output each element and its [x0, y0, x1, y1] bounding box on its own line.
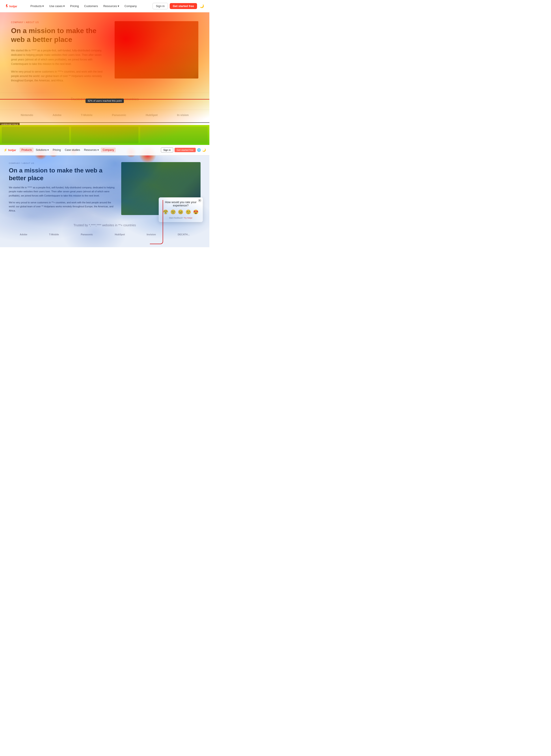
heatmap-section-2: ⚡ hotjar Products Solutions ▾ Pricing Ca…: [0, 145, 209, 247]
green-card-2: [71, 127, 138, 143]
feedback-close-button[interactable]: ×: [198, 199, 201, 202]
hotjar-logo-2[interactable]: ⚡ hotjar: [4, 148, 16, 152]
hero-section: COMPANY / ABOUT US On a mission to make …: [0, 12, 209, 93]
emoji-love[interactable]: 😍: [193, 209, 198, 215]
breadcrumb: COMPANY / ABOUT US: [11, 21, 107, 24]
hero2-body-1: We started life in ***** as a people-fir…: [9, 186, 116, 198]
logo-panasonic: Panasonic: [112, 113, 126, 117]
green-cards: [0, 125, 209, 145]
hero2-body-2: We're very proud to serve customers in *…: [9, 201, 116, 213]
hotjar-logo[interactable]: hotjar: [5, 4, 23, 9]
emoji-angry[interactable]: 😤: [163, 209, 168, 215]
nav-customers[interactable]: Customers: [82, 3, 100, 9]
feedback-footer: Want feedback? Try Hotjar: [162, 217, 200, 219]
getstarted-button[interactable]: Get started free: [170, 3, 197, 9]
chevron-down-icon-3: ▾: [97, 149, 99, 152]
logo-adobe: Adobe: [52, 113, 61, 117]
feedback-emojis: 😤 🙁 😐 🙂 😍: [162, 209, 200, 215]
nav2-products[interactable]: Products: [20, 148, 33, 153]
nav-pricing[interactable]: Pricing: [68, 3, 81, 9]
dark-mode-toggle[interactable]: 🌙: [200, 4, 204, 8]
logo-hubspot: HubSpot: [146, 113, 157, 117]
hero-image-container: [115, 21, 198, 86]
nav-actions: Sign in Get started free 🌙: [152, 3, 204, 9]
hero2-title: On a mission to make the web a better pl…: [9, 167, 116, 182]
chevron-down-icon: ▾: [42, 4, 44, 8]
globe-icon[interactable]: 🌐: [197, 148, 201, 152]
hero2-section: COMPANY / ABOUT US On a mission to make …: [0, 156, 209, 220]
avg-fold-bar: [0, 122, 209, 123]
signin-button[interactable]: Sign in: [152, 3, 168, 9]
hero-body-2: We're very proud to serve customers in *…: [11, 69, 107, 83]
logos2-row: Adobe T-Mobile Panasonic HubSpot Invisio…: [0, 230, 209, 238]
green-card-3: [140, 127, 207, 143]
avg-fold-container: AVERAGE FOLD: [0, 120, 209, 125]
nav2-resources[interactable]: Resources ▾: [82, 148, 100, 153]
nav-products[interactable]: Products ▾: [28, 3, 46, 9]
emoji-neutral[interactable]: 😐: [178, 209, 183, 215]
chevron-down-icon: ▾: [63, 4, 65, 8]
breadcrumb-2: COMPANY / ABOUT US: [9, 162, 116, 164]
logos-row: Nintendo Adobe T-Mobile Panasonic HubSpo…: [0, 109, 209, 120]
scroll-tooltip: 82% of users reached this point: [85, 98, 124, 103]
nav2-pricing[interactable]: Pricing: [51, 148, 63, 153]
bottom-spacer: [0, 238, 209, 247]
logo-tmobile: T-Mobile: [81, 113, 93, 117]
hero2-text: COMPANY / ABOUT US On a mission to make …: [9, 162, 116, 216]
logo-invision: In vision: [177, 113, 189, 117]
signin-button-2[interactable]: Sign in: [161, 148, 173, 153]
green-strip: [0, 125, 209, 145]
red-annotation-line: [150, 200, 163, 244]
svg-marker-1: [6, 4, 8, 8]
hero-title: On a mission to make the web a better pl…: [11, 26, 107, 44]
nav2-solutions[interactable]: Solutions ▾: [34, 148, 50, 153]
nav-links: Products ▾ Use cases ▾ Pricing Customers…: [28, 3, 152, 9]
logo2-adobe: Adobe: [20, 233, 27, 236]
logo2-hubspot: HubSpot: [115, 233, 125, 236]
nav-usecases[interactable]: Use cases ▾: [47, 3, 67, 9]
nav-company[interactable]: Company: [122, 3, 139, 9]
green-card-1: [2, 127, 69, 143]
feedback-widget: × How would you rate your experience? 😤 …: [159, 197, 203, 222]
hero-image: [115, 21, 198, 78]
logo2-panasonic: Panasonic: [81, 233, 93, 236]
dark-mode-icon-2[interactable]: 🌙: [202, 148, 206, 152]
feedback-link[interactable]: Try Hotjar: [184, 217, 192, 219]
logo2-decathlon: DECATH...: [178, 233, 189, 236]
getstarted-button-2[interactable]: Get started free: [174, 148, 196, 152]
secondary-navbar: ⚡ hotjar Products Solutions ▾ Pricing Ca…: [0, 145, 209, 156]
nav2-casestudies[interactable]: Case studies: [63, 148, 82, 153]
nav-resources[interactable]: Resources ▾: [101, 3, 121, 9]
nav2-company[interactable]: Company: [101, 148, 116, 153]
svg-text:hotjar: hotjar: [9, 5, 17, 8]
trusted2-title: Trusted by *,****,**** websites in **+ c…: [9, 223, 200, 227]
emoji-happy[interactable]: 🙂: [185, 209, 191, 215]
trusted2-section: Trusted by *,****,**** websites in **+ c…: [0, 220, 209, 230]
logo2-tmobile: T-Mobile: [49, 233, 59, 236]
logo-nintendo: Nintendo: [21, 113, 33, 117]
nav2-actions: Sign in Get started free 🌐 🌙: [161, 148, 206, 153]
hero-text: COMPANY / ABOUT US On a mission to make …: [11, 21, 107, 86]
top-navbar: hotjar Products ▾ Use cases ▾ Pricing Cu…: [0, 0, 209, 12]
chevron-down-icon: ▾: [118, 4, 119, 8]
nav2-links: Products Solutions ▾ Pricing Case studie…: [20, 148, 161, 153]
chevron-down-icon-2: ▾: [47, 149, 49, 152]
heatmap-section-1: COMPANY / ABOUT US On a mission to make …: [0, 12, 209, 145]
feedback-question: How would you rate your experience?: [162, 201, 200, 207]
emoji-sad[interactable]: 🙁: [170, 209, 176, 215]
trusted-section: Trusted by ****** websites in ****+ coun…: [0, 93, 209, 105]
hero-body-1: We started life in ***** as a people-fir…: [11, 48, 107, 66]
